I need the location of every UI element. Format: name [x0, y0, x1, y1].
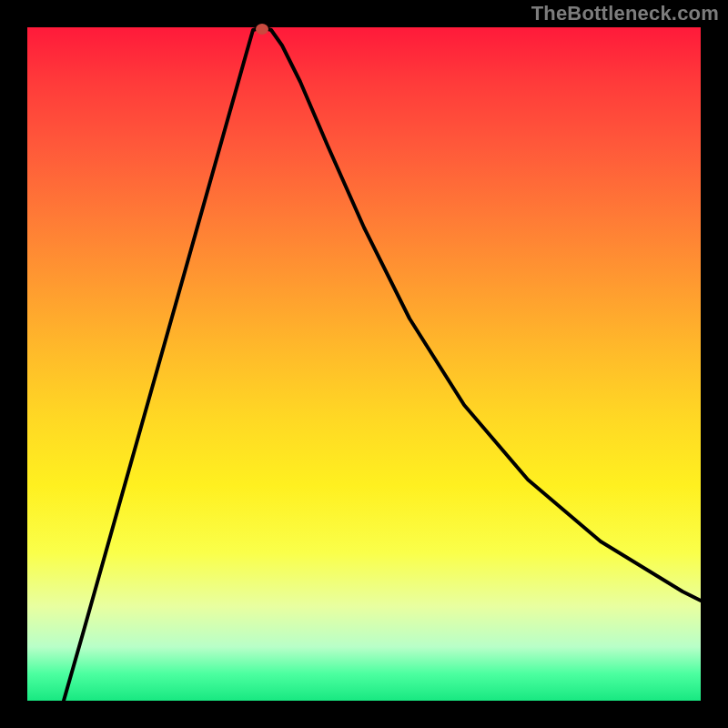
plot-area [27, 27, 701, 701]
optimum-marker [256, 24, 268, 35]
watermark-label: TheBottleneck.com [531, 2, 719, 25]
curve-svg [27, 27, 701, 701]
bottleneck-curve [64, 27, 701, 701]
chart-frame: TheBottleneck.com [0, 0, 728, 728]
